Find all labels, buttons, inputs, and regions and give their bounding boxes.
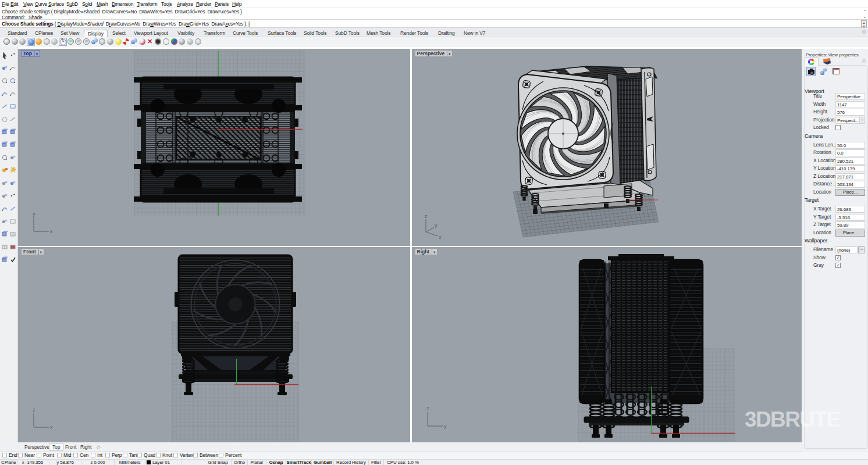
svg-text:z: z	[425, 213, 428, 219]
svg-text:z: z	[426, 406, 429, 412]
svg-text:y: y	[33, 211, 35, 217]
svg-text:y: y	[444, 423, 447, 429]
svg-text:x: x	[50, 228, 53, 234]
svg-text:y: y	[435, 223, 437, 228]
svg-text:z: z	[33, 407, 35, 413]
svg-text:x: x	[439, 234, 442, 240]
svg-text:x: x	[50, 424, 53, 430]
